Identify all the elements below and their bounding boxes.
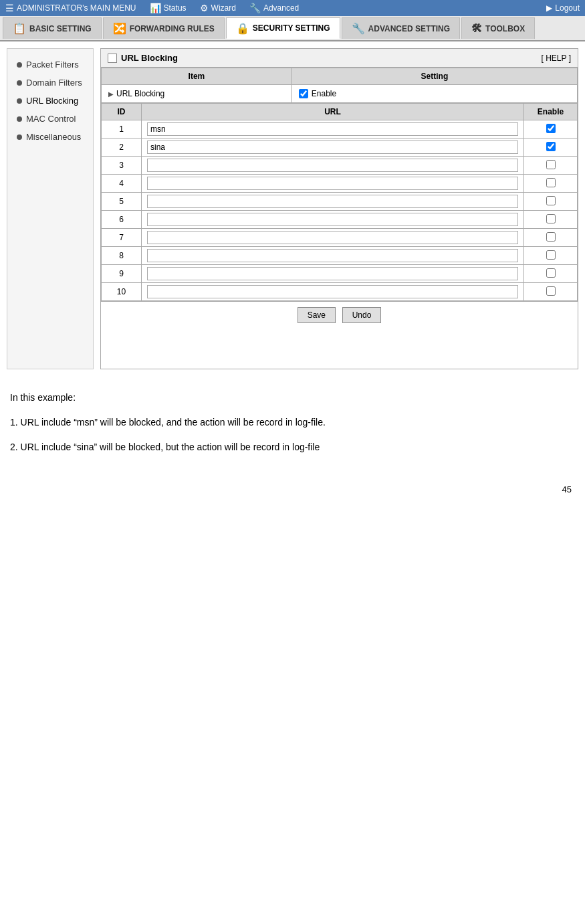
row-url-cell-6 [142, 211, 524, 229]
table-row: 4 [102, 175, 578, 193]
enable-checkbox-2[interactable] [546, 142, 556, 151]
tab-security-setting[interactable]: 🔒 SECURITY SETTING [226, 17, 340, 39]
enable-checkbox-3[interactable] [546, 160, 556, 169]
url-blocking-enable-checkbox[interactable] [299, 89, 308, 98]
row-enable-cell-5 [524, 193, 578, 211]
row-enable-cell-3 [524, 157, 578, 175]
arrow-icon: ▶ [108, 90, 114, 98]
row-id-3: 3 [102, 157, 142, 175]
table-row: 6 [102, 211, 578, 229]
item-header: Item [102, 68, 292, 85]
row-url-cell-9 [142, 265, 524, 283]
description-point-2: 2. URL include “sina” will be blocked, b… [10, 439, 575, 456]
row-id-8: 8 [102, 247, 142, 265]
panel-header: URL Blocking [ HELP ] [101, 49, 578, 68]
admin-menu-icon: ☰ [5, 3, 14, 13]
url-input-2[interactable] [147, 141, 518, 154]
table-row: 8 [102, 247, 578, 265]
url-blocking-label-cell: ▶ URL Blocking [102, 85, 292, 103]
button-row: Save Undo [101, 301, 578, 329]
enable-checkbox-4[interactable] [546, 178, 556, 187]
description-point-1: 1. URL include “msn” will be blocked, an… [10, 414, 575, 431]
row-url-cell-5 [142, 193, 524, 211]
url-input-10[interactable] [147, 285, 518, 298]
bullet-icon [17, 62, 22, 68]
row-enable-cell-7 [524, 229, 578, 247]
panel-title-icon [108, 54, 117, 63]
advanced-link[interactable]: 🔧 Advanced [249, 3, 299, 13]
table-row: 7 [102, 229, 578, 247]
row-id-6: 6 [102, 211, 142, 229]
url-input-8[interactable] [147, 249, 518, 262]
security-setting-icon: 🔒 [236, 22, 249, 35]
row-url-cell-1 [142, 120, 524, 138]
bullet-icon [17, 116, 22, 122]
forwarding-rules-icon: 🔀 [113, 22, 126, 35]
table-row: 2 [102, 138, 578, 157]
sidebar-item-domain-filters[interactable]: Domain Filters [7, 74, 93, 92]
row-id-9: 9 [102, 265, 142, 283]
save-button[interactable]: Save [298, 307, 336, 323]
enable-checkbox-1[interactable] [546, 124, 556, 133]
table-row: 3 [102, 157, 578, 175]
row-url-cell-10 [142, 283, 524, 301]
url-input-4[interactable] [147, 177, 518, 190]
table-row: 9 [102, 265, 578, 283]
enable-checkbox-8[interactable] [546, 250, 556, 260]
tab-advanced-setting[interactable]: 🔧 ADVANCED SETTING [342, 17, 460, 39]
url-input-7[interactable] [147, 231, 518, 244]
url-blocking-enable-row: ▶ URL Blocking Enable [102, 85, 578, 103]
url-table: ID URL Enable 12345678910 [101, 103, 578, 301]
tab-toolbox[interactable]: 🛠 TOOLBOX [461, 17, 535, 39]
enable-checkbox-7[interactable] [546, 232, 556, 242]
table-row: 1 [102, 120, 578, 138]
logout-button[interactable]: ▶ Logout [546, 3, 580, 13]
tab-forwarding-rules[interactable]: 🔀 FORWARDING RULES [103, 17, 225, 39]
url-column-header: URL [142, 104, 524, 120]
url-input-6[interactable] [147, 213, 518, 226]
wizard-link[interactable]: ⚙ Wizard [200, 3, 236, 13]
sidebar-item-packet-filters[interactable]: Packet Filters [7, 56, 93, 74]
sidebar-item-url-blocking[interactable]: URL Blocking [7, 92, 93, 110]
url-input-1[interactable] [147, 122, 518, 136]
bullet-icon [17, 98, 22, 104]
status-link[interactable]: 📊 Status [150, 3, 187, 13]
enable-checkbox-label: Enable [299, 89, 570, 98]
url-input-9[interactable] [147, 267, 518, 280]
status-icon: 📊 [150, 3, 161, 13]
url-input-5[interactable] [147, 195, 518, 208]
row-id-10: 10 [102, 283, 142, 301]
url-blocking-enable-cell: Enable [291, 85, 577, 103]
enable-checkbox-6[interactable] [546, 214, 556, 223]
basic-setting-icon: 📋 [13, 22, 26, 35]
id-column-header: ID [102, 104, 142, 120]
sidebar-item-miscellaneous[interactable]: Miscellaneous [7, 128, 93, 146]
page-number: 45 [0, 478, 585, 501]
enable-checkbox-5[interactable] [546, 196, 556, 205]
row-id-1: 1 [102, 120, 142, 138]
row-enable-cell-9 [524, 265, 578, 283]
row-enable-cell-6 [524, 211, 578, 229]
row-url-cell-2 [142, 138, 524, 157]
row-url-cell-3 [142, 157, 524, 175]
undo-button[interactable]: Undo [342, 307, 382, 323]
tab-basic-setting[interactable]: 📋 BASIC SETTING [3, 17, 102, 39]
enable-checkbox-9[interactable] [546, 268, 556, 278]
description-intro: In this example: [10, 389, 575, 406]
row-enable-cell-4 [524, 175, 578, 193]
table-row: 10 [102, 283, 578, 301]
url-input-3[interactable] [147, 159, 518, 172]
wizard-icon: ⚙ [200, 3, 209, 13]
row-url-cell-4 [142, 175, 524, 193]
admin-menu-link[interactable]: ☰ ADMINISTRATOR's MAIN MENU [5, 3, 136, 13]
sidebar: Packet Filters Domain Filters URL Blocki… [7, 48, 94, 369]
setting-header: Setting [291, 68, 577, 85]
row-id-2: 2 [102, 138, 142, 157]
row-url-cell-8 [142, 247, 524, 265]
help-link[interactable]: [ HELP ] [542, 54, 571, 63]
sidebar-item-mac-control[interactable]: MAC Control [7, 110, 93, 128]
main-content: Packet Filters Domain Filters URL Blocki… [0, 41, 585, 376]
table-row: 5 [102, 193, 578, 211]
enable-checkbox-10[interactable] [546, 286, 556, 296]
panel-title: URL Blocking [108, 53, 178, 63]
